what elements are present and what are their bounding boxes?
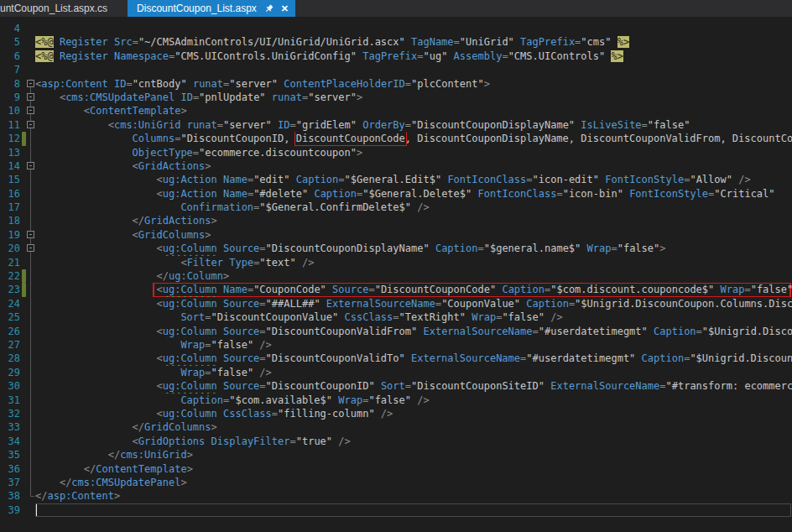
code-text[interactable] [35,63,792,76]
line-number: 28 [0,352,20,365]
code-text[interactable]: <ug:Column Source="DiscountCouponValidTo… [35,352,792,365]
code-text[interactable]: <ug:Column CssClass="filling-column" /> [35,407,792,420]
gutter-margin [20,448,35,462]
code-text[interactable]: <GridOptions DisplayFilter="true" /> [35,435,792,448]
current-line-highlight [35,503,791,517]
line-number: 25 [0,310,20,324]
code-line-text: Sort="DiscountCouponValue" CssClass="Tex… [35,311,563,323]
fold-guide-line [30,352,31,365]
code-text[interactable]: </GridActions> [35,214,792,227]
squiggle-element-name: ug:Column [163,408,217,420]
code-line-31: 31 Caption="$com.available$" Wrap="false… [0,394,792,407]
fold-toggle-icon[interactable]: - [27,107,34,114]
code-text[interactable]: Wrap="false" /> [35,366,792,379]
gutter-margin [20,297,35,310]
code-text[interactable]: <ug:Column Source="##ALL##" ExternalSour… [35,297,792,310]
fold-toggle-icon[interactable]: - [27,162,34,170]
line-number: 17 [0,201,20,214]
change-indicator [22,132,26,145]
fold-guide-line [30,269,31,283]
code-text[interactable]: Columns="DiscountCouponID, DiscountCoupo… [35,132,792,145]
code-line-19: 19- <GridColumns> [0,228,792,242]
code-text[interactable]: </ug:Column> [35,269,792,283]
code-line-28: 28 <ug:Column Source="DiscountCouponVali… [0,352,792,365]
code-line-6: 6<%@ Register Namespace="CMS.UIControls.… [0,50,792,63]
line-number: 29 [0,366,20,379]
code-text[interactable]: <cms:CMSUpdatePanel ID="pnlUpdate" runat… [35,91,792,104]
code-line-15: 15 <ug:Action Name="edit" Caption="$Gene… [0,173,792,186]
line-number: 33 [0,420,20,434]
change-indicator [22,283,26,296]
fold-toggle-icon[interactable]: - [27,80,34,87]
code-text[interactable]: Sort="DiscountCouponValue" CssClass="Tex… [35,310,792,324]
code-line-text: <Filter Type="text" /> [35,257,314,269]
code-text[interactable]: <%@ Register Namespace="CMS.UIControls.U… [35,50,792,63]
gutter-margin: - [20,91,35,104]
tab-label: untCoupon_List.aspx.cs [0,3,107,14]
code-text[interactable]: </cms:CMSUpdatePanel> [35,476,792,489]
code-line-18: 18 </GridActions> [0,214,792,227]
fold-toggle-icon[interactable]: - [27,244,34,252]
code-text[interactable]: </ContentTemplate> [35,462,792,476]
code-text[interactable]: </GridColumns> [35,420,792,434]
code-text[interactable]: Wrap="false" /> [35,338,792,352]
gutter-margin [20,379,35,393]
code-text[interactable]: <Filter Type="text" /> [35,256,792,269]
document-tab-bar: untCoupon_List.aspx.cs DiscountCoupon_Li… [0,0,792,17]
code-text[interactable]: <cms:UniGrid runat="server" ID="gridElem… [35,118,792,132]
tab-discountcoupon-list-aspx-cs[interactable]: untCoupon_List.aspx.cs [0,0,116,17]
code-line-4: 4 [0,22,792,35]
code-line-text: <ug:Column Name="CouponCode" Source="Dis… [35,284,792,295]
fold-guide-line [30,379,31,393]
code-text[interactable]: <asp:Content ID="cntBody" runat="server"… [35,77,792,91]
gutter-margin [20,352,35,365]
fold-toggle-icon[interactable]: - [27,121,34,128]
gutter-margin [20,132,35,145]
fold-guide-line [30,201,31,214]
close-icon[interactable]: ✕ [281,4,289,13]
code-text[interactable]: </cms:UniGrid> [35,448,792,462]
code-line-24: 24 <ug:Column Source="##ALL##" ExternalS… [0,297,792,310]
code-text[interactable]: <ug:Column Source="DiscountCouponValidFr… [35,325,792,338]
line-number: 16 [0,187,20,201]
code-line-39: 39 [0,503,792,517]
code-text[interactable]: <%@ Register Src="~/CMSAdminControls/UI/… [35,35,792,49]
vs-editor-window: { "tabs": { "inactive_label": "untCoupon… [0,0,792,532]
code-text[interactable] [35,503,792,517]
squiggle-element-name: ug:Column [163,352,217,364]
code-text[interactable]: <GridColumns> [35,228,792,242]
code-text[interactable]: ObjectType="ecommerce.discountcoupon"> [35,146,792,159]
code-text[interactable]: Caption="$com.available$" Wrap="false" /… [35,394,792,407]
code-text[interactable]: Confirmation="$General.ConfirmDelete$" /… [35,201,792,214]
line-number: 38 [0,489,20,503]
line-number: 14 [0,159,20,173]
line-number: 31 [0,394,20,407]
fold-toggle-icon[interactable]: - [27,231,34,238]
code-text[interactable]: <ug:Column Name="CouponCode" Source="Dis… [35,283,792,296]
code-text[interactable]: <ug:Action Name="edit" Caption="$General… [35,173,792,186]
tab-discountcoupon-list-aspx[interactable]: DiscountCoupon_List.aspx ✕ [128,0,295,17]
code-text[interactable]: <GridActions> [35,159,792,173]
code-line-36: 36 </ContentTemplate> [0,462,792,476]
code-line-13: 13 ObjectType="ecommerce.discountcoupon"… [0,146,792,159]
gutter-margin [20,173,35,186]
line-number: 6 [0,50,20,63]
code-line-37: 37 </cms:CMSUpdatePanel> [0,476,792,489]
fold-toggle-icon[interactable]: - [27,93,34,101]
gutter-margin [20,283,35,296]
line-number: 22 [0,269,20,283]
code-text[interactable]: <ug:Column Source="DiscountCouponID" Sor… [35,379,792,393]
code-line-text: </GridColumns> [35,421,217,433]
code-text[interactable] [35,22,792,35]
code-line-text: <ug:Column Source="##ALL##" ExternalSour… [35,298,792,310]
code-text[interactable]: <ug:Column Source="DiscountCouponDisplay… [35,242,792,255]
fold-guide-line [30,283,31,296]
code-line-8: 8-<asp:Content ID="cntBody" runat="serve… [0,77,792,91]
code-text[interactable]: <ContentTemplate> [35,104,792,117]
fold-end-tick [30,496,34,497]
code-text[interactable]: <ug:Action Name="#delete" Caption="$Gene… [35,187,792,201]
code-text[interactable]: </asp:Content> [35,489,792,503]
gutter-margin [20,22,35,35]
pin-icon[interactable] [263,3,274,14]
code-line-38: 38</asp:Content> [0,489,792,503]
